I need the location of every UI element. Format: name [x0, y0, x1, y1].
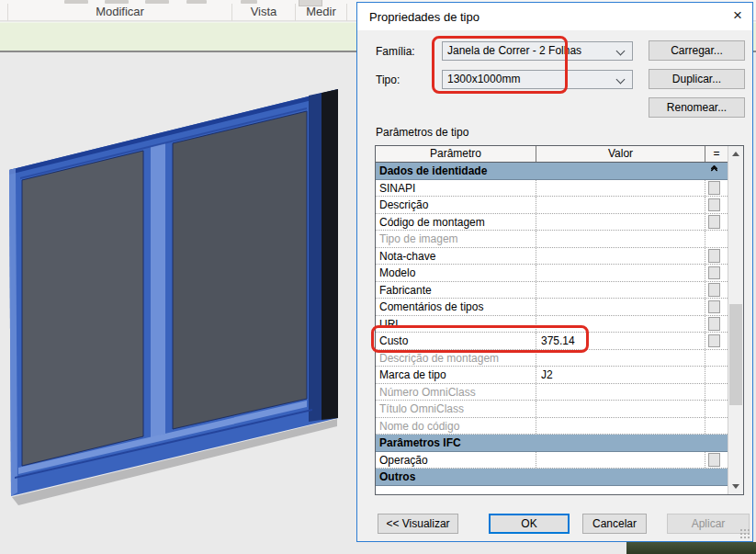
resize-grip[interactable] [740, 529, 750, 538]
associate-parameter-button[interactable] [708, 317, 720, 331]
param-row-nome-codigo: Nome do código [376, 418, 728, 435]
chevron-down-icon [616, 47, 626, 56]
param-row-numero-omniclass: Número OmniClass [376, 384, 728, 401]
column-header-value: Valor [536, 146, 705, 162]
scrollbar-thumb[interactable] [729, 304, 742, 405]
dialog-title: Propriedades de tipo [369, 10, 480, 24]
double-chevron-up-icon[interactable] [712, 166, 719, 170]
scroll-up-arrow-icon[interactable] [728, 146, 743, 162]
ribbon-panel-modificar[interactable]: Modificar [7, 4, 232, 21]
revit-app-window: Modificar Vista Medir Propriedades de ti… [0, 0, 756, 554]
associate-parameter-button[interactable] [708, 249, 720, 263]
rename-button[interactable]: Renomear... [649, 97, 745, 118]
ribbon-panel-medir[interactable]: Medir [296, 4, 347, 21]
table-scrollbar[interactable] [728, 146, 743, 494]
associate-parameter-button[interactable] [708, 266, 720, 280]
scroll-down-arrow-icon[interactable] [728, 479, 743, 494]
preview-button[interactable]: << Visualizar [378, 514, 458, 534]
type-value: 1300x1000mm [447, 73, 520, 85]
param-row-descricao-montagem: Descrição de montagem [376, 350, 728, 367]
type-parameters-label: Parâmetros de tipo [376, 126, 468, 139]
associate-parameter-button[interactable] [708, 283, 720, 297]
associate-parameter-button[interactable] [708, 181, 720, 195]
group-row-outros[interactable]: Outros [376, 469, 728, 486]
param-row-custo[interactable]: Custo 375.14 [376, 333, 728, 350]
terrain-strip [626, 542, 756, 554]
load-button[interactable]: Carregar... [649, 40, 745, 61]
glass-right-pane [173, 111, 307, 429]
param-row-sinapi[interactable]: SINAPI [376, 180, 728, 198]
frame-depth-edge [322, 89, 338, 420]
ok-button[interactable]: OK [489, 514, 570, 534]
duplicate-button[interactable]: Duplicar... [649, 69, 745, 89]
parameters-table: Parâmetro Valor = Dados de identidade SI… [375, 145, 744, 495]
associate-parameter-button[interactable] [708, 215, 720, 229]
chevron-down-icon [616, 75, 626, 85]
param-row-comentarios[interactable]: Comentários de tipos [376, 299, 728, 316]
window-mullion [151, 143, 165, 438]
param-row-descricao[interactable]: Descrição [376, 197, 728, 214]
family-value: Janela de Correr - 2 Folhas [447, 44, 581, 57]
glass-left-pane [22, 151, 143, 466]
param-row-operacao[interactable]: Operação [376, 452, 728, 469]
associate-parameter-button[interactable] [708, 198, 720, 212]
table-header: Parâmetro Valor = [376, 146, 728, 163]
marca-de-tipo-value[interactable]: J2 [536, 367, 705, 383]
param-row-tipo-imagem: Tipo de imagem [376, 231, 728, 248]
apply-button: Aplicar [667, 514, 750, 534]
custo-value[interactable]: 375.14 [536, 333, 705, 349]
param-row-titulo-omniclass: Título OmniClass [376, 401, 728, 418]
close-icon[interactable]: × [733, 6, 742, 25]
cancel-button[interactable]: Cancelar [582, 514, 647, 534]
column-header-equals: = [705, 146, 728, 162]
family-combobox[interactable]: Janela de Correr - 2 Folhas [442, 41, 633, 61]
type-properties-dialog: Propriedades de tipo × Família: Janela d… [356, 2, 753, 542]
family-label: Família: [376, 45, 415, 58]
column-header-parameter: Parâmetro [376, 146, 536, 162]
param-row-marca-de-tipo[interactable]: Marca de tipo J2 [376, 367, 728, 384]
param-row-codigo-montagem[interactable]: Código de montagem [376, 214, 728, 232]
dialog-titlebar[interactable]: Propriedades de tipo × [357, 3, 752, 30]
window-3d-view [0, 52, 356, 554]
ribbon-panel-vista[interactable]: Vista [232, 4, 296, 21]
associate-parameter-button[interactable] [708, 334, 720, 348]
table-rows: Dados de identidade SINAPI Descrição Cód… [376, 163, 728, 494]
type-label: Tipo: [376, 73, 400, 86]
group-row-ifc-parameters[interactable]: Parâmetros IFC [376, 435, 728, 452]
param-row-url[interactable]: URL [376, 316, 728, 334]
associate-parameter-button[interactable] [708, 300, 720, 314]
param-row-fabricante[interactable]: Fabricante [376, 282, 728, 300]
group-row-identity-data[interactable]: Dados de identidade [376, 163, 728, 180]
param-row-modelo[interactable]: Modelo [376, 265, 728, 282]
param-row-nota-chave[interactable]: Nota-chave [376, 248, 728, 266]
type-combobox[interactable]: 1300x1000mm [442, 70, 633, 89]
associate-parameter-button[interactable] [708, 453, 720, 467]
